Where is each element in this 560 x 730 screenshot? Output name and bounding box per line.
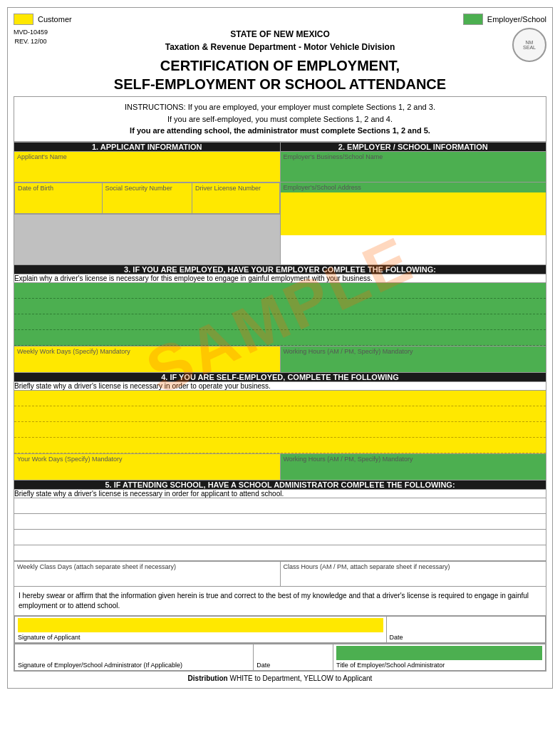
section4-header: 4. IF YOU ARE SELF-EMPLOYED, COMPLETE TH… — [14, 372, 546, 381]
section3-input-4[interactable] — [14, 330, 546, 346]
dob-field[interactable] — [15, 193, 102, 213]
work-days-label-4: Your Work Days (Specify) Mandatory — [14, 454, 280, 464]
section4-explain: Briefly state why a driver's license is … — [14, 381, 546, 390]
address-label: Employer's/School Address — [281, 182, 546, 192]
rev-number: REV. 12/00 — [14, 37, 48, 46]
dl-field[interactable] — [192, 193, 279, 213]
applicant-name-label: Applicant's Name — [14, 152, 280, 162]
business-name-field[interactable] — [281, 162, 546, 182]
work-days-field[interactable] — [14, 356, 280, 372]
class-hours-label: Class Hours (AM / PM, attach separate sh… — [281, 562, 546, 572]
employer-sig-label: Signature of Employer/School Administrat… — [18, 660, 250, 669]
section4-input-1[interactable] — [14, 391, 546, 406]
class-hours-field[interactable] — [281, 572, 546, 586]
employer-color-box — [463, 14, 483, 25]
class-days-field[interactable] — [14, 572, 280, 586]
ssn-label: Social Security Number — [103, 183, 192, 193]
main-title-line2: SELF-EMPLOYMENT OR SCHOOL ATTENDANCE — [14, 75, 546, 93]
applicant-sig-field[interactable] — [18, 618, 383, 632]
section5-input-2[interactable] — [14, 514, 546, 530]
class-days-label: Weekly Class Days (attach separate sheet… — [14, 562, 280, 572]
section4-input-3[interactable] — [14, 422, 546, 438]
section4-input-4[interactable] — [14, 438, 546, 453]
section3-input-1[interactable] — [14, 283, 546, 299]
applicant-date-label: Date — [390, 632, 543, 641]
instruction-line1: INSTRUCTIONS: If you are employed, your … — [21, 101, 539, 113]
applicant-date-field[interactable] — [390, 618, 543, 632]
section3-input-3[interactable] — [14, 314, 546, 330]
dl-label: Driver License Number — [192, 183, 279, 193]
work-days-field-4[interactable] — [14, 464, 280, 480]
working-hours-label-4: Working Hours (AM / PM, Specify) Mandato… — [281, 454, 546, 464]
customer-color-box — [14, 14, 33, 25]
address-field[interactable] — [281, 192, 546, 235]
instructions-box: INSTRUCTIONS: If you are employed, your … — [14, 96, 546, 142]
working-hours-label: Working Hours (AM / PM, Specify) Mandato… — [281, 346, 546, 356]
section2-header: 2. EMPLOYER / SCHOOL INFORMATION — [280, 142, 546, 151]
state-line2: Taxation & Revenue Department - Motor Ve… — [14, 41, 546, 53]
instruction-line2: If you are self-employed, you must compl… — [21, 113, 539, 125]
employer-sig-field[interactable] — [18, 646, 250, 660]
working-hours-field-4[interactable] — [281, 464, 546, 480]
applicant-name-field[interactable] — [14, 162, 280, 182]
section1-header: 1. APPLICANT INFORMATION — [14, 142, 281, 151]
applicant-sig-label: Signature of Applicant — [18, 632, 383, 641]
employer-label: Employer/School — [487, 15, 546, 24]
dob-label: Date of Birth — [15, 183, 102, 193]
section5-explain: Briefly state why a driver's license is … — [14, 489, 546, 498]
working-hours-field[interactable] — [281, 356, 546, 372]
section3-input-2[interactable] — [14, 299, 546, 314]
section5-input-4[interactable] — [14, 545, 546, 561]
photo-area — [14, 215, 280, 264]
section4-input-2[interactable] — [14, 406, 546, 422]
section5-input-3[interactable] — [14, 530, 546, 545]
instruction-line3: If you are attending school, the adminis… — [21, 125, 539, 137]
main-title-line1: CERTIFICATION OF EMPLOYMENT, — [14, 56, 546, 75]
state-line1: STATE OF NEW MEXICO — [14, 28, 546, 41]
employer-date-field[interactable] — [256, 646, 330, 660]
employer-date-label: Date — [256, 660, 330, 669]
state-seal: NMSEAL — [512, 28, 546, 62]
section3-explain: Explain why a driver's license is necess… — [14, 274, 546, 282]
ssn-field[interactable] — [103, 193, 192, 213]
business-name-label: Employer's Business/School Name — [281, 152, 546, 162]
employer-title-field[interactable] — [336, 646, 542, 660]
mvd-number: MVD-10459 — [14, 28, 48, 37]
section3-header: 3. IF YOU ARE EMPLOYED, HAVE YOUR EMPLOY… — [14, 264, 546, 274]
customer-label: Customer — [38, 15, 72, 24]
section5-header: 5. IF ATTENDING SCHOOL, HAVE A SCHOOL AD… — [14, 480, 546, 489]
employer-title-label: Title of Employer/School Administrator — [336, 660, 542, 669]
work-days-label: Weekly Work Days (Specify) Mandatory — [14, 346, 280, 356]
footer-distribution: Distribution WHITE to Department, YELLOW… — [14, 674, 546, 682]
section5-input-1[interactable] — [14, 498, 546, 514]
affirmation-text: I hereby swear or affirm that the inform… — [19, 592, 529, 610]
